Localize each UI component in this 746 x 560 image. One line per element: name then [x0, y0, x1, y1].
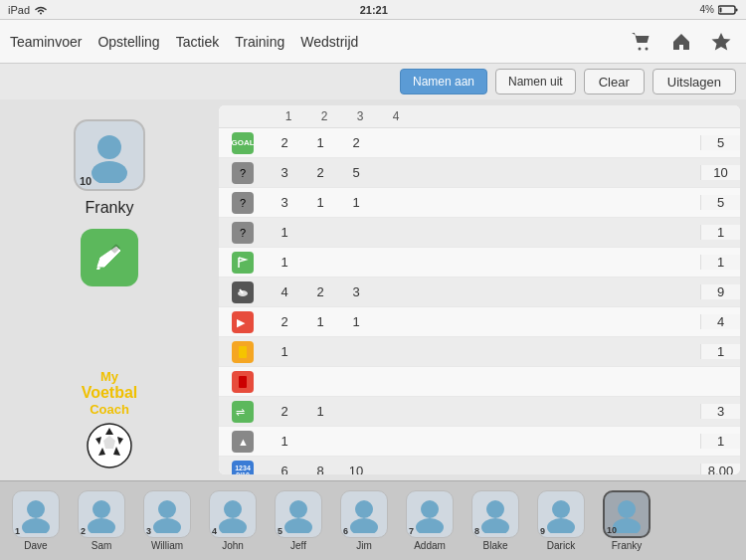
- svg-point-31: [284, 518, 312, 533]
- svg-point-38: [552, 500, 570, 518]
- logo-my: My: [100, 369, 118, 384]
- thumb-num: 6: [343, 526, 348, 536]
- stat-total: 5: [700, 135, 740, 150]
- svg-point-7: [92, 161, 127, 183]
- svg-point-27: [153, 518, 181, 533]
- svg-rect-18: [239, 346, 247, 358]
- svg-point-34: [421, 500, 439, 518]
- svg-point-6: [97, 135, 121, 159]
- thumb-avatar: 6: [340, 490, 388, 538]
- thumb-name: Darick: [547, 540, 575, 551]
- stat-values: 311: [267, 195, 700, 210]
- stat-value: 1: [302, 404, 338, 419]
- stat-icon-goal: GOAL: [232, 132, 254, 154]
- stat-row[interactable]: ?11: [219, 218, 740, 248]
- nav-teaminvoer[interactable]: Teaminvoer: [10, 34, 82, 50]
- stat-icon-boot: [232, 281, 254, 303]
- namen-uit-button[interactable]: Namen uit: [495, 69, 576, 94]
- player-thumb[interactable]: 9 Darick: [529, 490, 593, 551]
- thumb-avatar: 7: [406, 490, 454, 538]
- nav-tactiek[interactable]: Tactiek: [176, 34, 220, 50]
- status-bar: iPad 21:21 4%: [0, 0, 746, 20]
- stat-total: 8.00: [700, 464, 740, 474]
- thumb-name: Addam: [414, 540, 446, 551]
- stat-value: 1: [267, 225, 302, 240]
- stat-row[interactable]: GOAL2125: [219, 128, 740, 158]
- stat-value: [338, 255, 374, 270]
- player-thumb[interactable]: 4 John: [201, 490, 265, 551]
- edit-button[interactable]: [81, 229, 138, 286]
- thumb-avatar: 10: [603, 490, 651, 538]
- stat-row[interactable]: 12349/1068108.00: [219, 457, 740, 474]
- status-time: 21:21: [360, 4, 388, 16]
- thumb-avatar: 3: [143, 490, 191, 538]
- svg-point-37: [481, 518, 509, 533]
- clear-button[interactable]: Clear: [584, 69, 645, 94]
- stat-value: [374, 434, 410, 449]
- stat-value: [374, 135, 410, 150]
- svg-point-26: [158, 500, 176, 518]
- stat-icon-cell: GOAL: [219, 132, 267, 154]
- svg-point-3: [639, 47, 642, 50]
- logo-area: My Voetbal Coach: [82, 369, 138, 470]
- nav-opstelling[interactable]: Opstelling: [97, 34, 159, 50]
- thumb-num: 8: [474, 526, 479, 536]
- svg-point-24: [93, 500, 110, 518]
- cart-icon[interactable]: [627, 27, 656, 57]
- stat-icon-cell: ⇌: [219, 401, 267, 423]
- svg-point-23: [22, 518, 50, 533]
- player-avatar-number: 10: [80, 175, 92, 187]
- stat-row[interactable]: 4239: [219, 278, 740, 307]
- stat-row[interactable]: ▶2114: [219, 307, 740, 337]
- stat-value: [302, 434, 338, 449]
- stat-value: [374, 255, 410, 270]
- stat-row[interactable]: ⇌213: [219, 397, 740, 427]
- stat-row[interactable]: ?3115: [219, 188, 740, 218]
- svg-point-39: [547, 518, 575, 533]
- logo-coach: Coach: [90, 402, 129, 417]
- nav-icons: [627, 27, 736, 57]
- namen-aan-button[interactable]: Namen aan: [400, 69, 487, 94]
- status-right: 4%: [700, 4, 738, 15]
- thumb-avatar-svg: [280, 495, 317, 533]
- player-thumb[interactable]: 2 Sam: [70, 490, 133, 551]
- stat-value: 2: [338, 135, 374, 150]
- thumb-num: 4: [212, 526, 217, 536]
- thumb-avatar-svg: [83, 495, 120, 533]
- thumb-name: Dave: [24, 540, 47, 551]
- star-icon[interactable]: [706, 27, 736, 57]
- thumb-num: 3: [146, 526, 151, 536]
- uitslagen-button[interactable]: Uitslagen: [653, 69, 736, 94]
- player-thumb[interactable]: 3 William: [135, 490, 199, 551]
- player-thumb[interactable]: 1 Dave: [4, 490, 68, 551]
- stat-total: 3: [700, 404, 740, 419]
- stat-total: 1: [700, 434, 740, 449]
- stat-value: 3: [267, 195, 302, 210]
- stat-value: 5: [338, 165, 374, 180]
- player-thumb[interactable]: 5 Jeff: [267, 490, 330, 551]
- stat-row[interactable]: [219, 367, 740, 397]
- player-thumb[interactable]: 6 Jim: [332, 490, 396, 551]
- nav-wedstrijd[interactable]: Wedstrijd: [300, 34, 358, 50]
- stat-value: 2: [267, 404, 302, 419]
- stat-row[interactable]: 11: [219, 248, 740, 278]
- svg-text:▶: ▶: [237, 316, 246, 328]
- home-icon[interactable]: [666, 27, 696, 57]
- player-thumb[interactable]: 7 Addam: [398, 490, 462, 551]
- svg-point-40: [618, 500, 636, 518]
- player-thumb[interactable]: 10 Franky: [595, 490, 658, 551]
- stat-row[interactable]: 11: [219, 337, 740, 367]
- nav-training[interactable]: Training: [235, 34, 284, 50]
- svg-point-36: [486, 500, 504, 518]
- player-avatar: 10: [74, 119, 145, 191]
- thumb-avatar-svg: [214, 495, 252, 533]
- stat-row[interactable]: ?32510: [219, 158, 740, 188]
- thumb-avatar-svg: [17, 495, 55, 533]
- stat-row[interactable]: ▲11: [219, 427, 740, 457]
- stat-value: 3: [267, 165, 302, 180]
- svg-point-28: [224, 500, 242, 518]
- thumb-avatar: 5: [275, 490, 322, 538]
- player-thumb[interactable]: 8 Blake: [464, 490, 527, 551]
- thumb-num: 10: [607, 525, 617, 535]
- stat-values: 6810: [267, 464, 700, 474]
